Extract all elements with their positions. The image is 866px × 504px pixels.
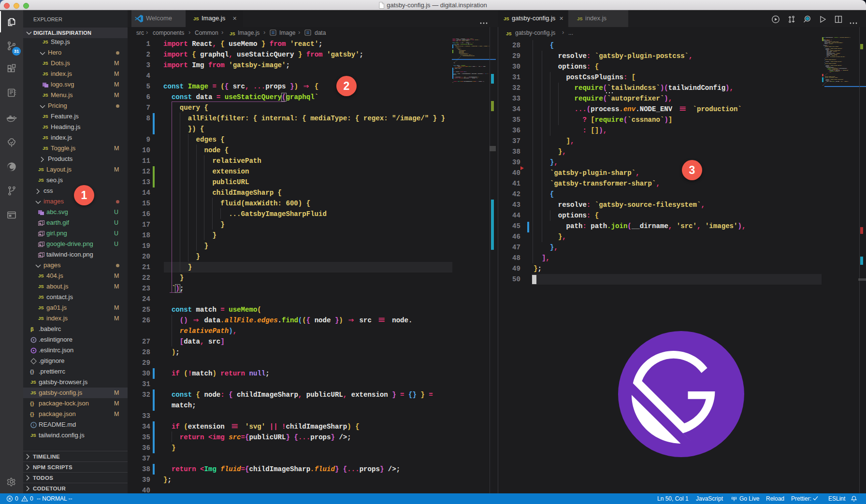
svg-text:i: i	[33, 422, 34, 427]
